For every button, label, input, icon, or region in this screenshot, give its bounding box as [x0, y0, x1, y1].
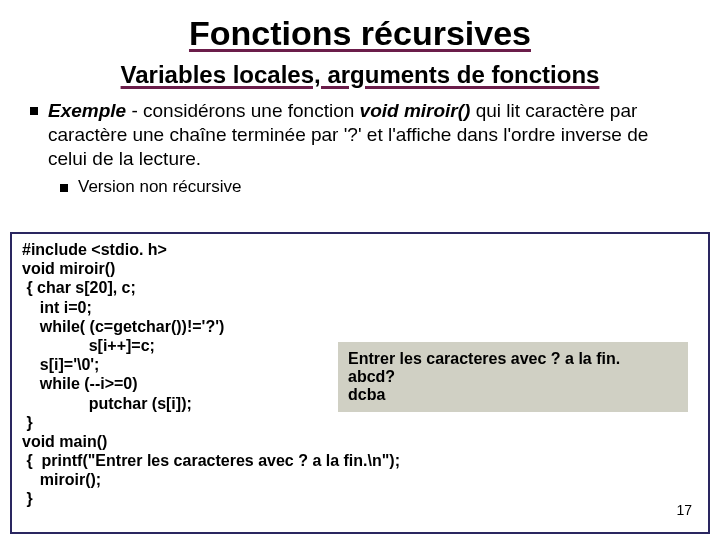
- square-bullet-icon: [30, 107, 38, 115]
- square-bullet-icon: [60, 184, 68, 192]
- bullet-exemple: Exemple - considérons une fonction void …: [30, 99, 690, 170]
- exemple-label: Exemple: [48, 100, 126, 121]
- sub-bullet-text: Version non récursive: [78, 176, 241, 197]
- exemple-text-1: - considérons une fonction: [126, 100, 359, 121]
- output-box: Entrer les caracteres avec ? a la fin. a…: [338, 342, 688, 412]
- sub-bullet-version: Version non récursive: [60, 176, 690, 197]
- page-subtitle: Variables locales, arguments de fonction…: [0, 61, 720, 89]
- code-box: #include <stdio. h> void miroir() { char…: [10, 232, 710, 534]
- function-name: void miroir(): [360, 100, 471, 121]
- page-title: Fonctions récursives: [0, 0, 720, 53]
- exemple-text: Exemple - considérons une fonction void …: [48, 99, 690, 170]
- slide: Fonctions récursives Variables locales, …: [0, 0, 720, 540]
- page-number: 17: [676, 502, 692, 518]
- body-content: Exemple - considérons une fonction void …: [30, 99, 690, 198]
